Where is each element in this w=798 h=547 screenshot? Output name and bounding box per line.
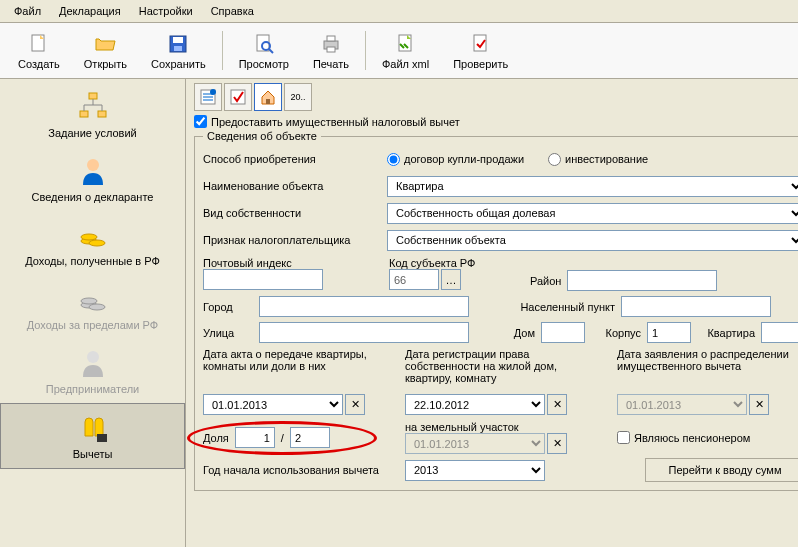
print-label: Печать	[313, 58, 349, 70]
flat-input[interactable]	[761, 322, 798, 343]
svg-point-25	[210, 89, 216, 95]
provide-deduction-label: Предоставить имущественный налоговый выч…	[211, 116, 460, 128]
postal-input[interactable]	[203, 269, 323, 290]
save-button[interactable]: Сохранить	[139, 27, 218, 74]
subject-code-lookup-button[interactable]: …	[441, 269, 461, 290]
check-label: Проверить	[453, 58, 508, 70]
preview-button[interactable]: Просмотр	[227, 27, 301, 74]
standard-deduction-button[interactable]	[194, 83, 222, 111]
taxpayer-sign-label: Признак налогоплательщика	[203, 234, 383, 246]
property-deduction-button[interactable]	[254, 83, 282, 111]
toolbar-separator	[365, 31, 366, 70]
flat-label: Квартира	[697, 327, 755, 339]
svg-point-21	[89, 304, 105, 310]
ownership-type-label: Вид собственности	[203, 207, 383, 219]
svg-point-22	[87, 351, 99, 363]
menu-file[interactable]: Файл	[6, 2, 49, 20]
year-start-label: Год начала использования вычета	[203, 464, 393, 476]
house-icon	[259, 88, 277, 106]
taxpayer-sign-select[interactable]: Собственник объекта	[387, 230, 798, 251]
date-act-clear-button[interactable]: ✕	[345, 394, 365, 415]
sidebar-item-declarant[interactable]: Сведения о декларанте	[0, 147, 185, 211]
open-button[interactable]: Открыть	[72, 27, 139, 74]
ownership-type-select[interactable]: Собственность общая долевая	[387, 203, 798, 224]
object-name-select[interactable]: Квартира	[387, 176, 798, 197]
date-act-select[interactable]: 01.01.2013	[203, 394, 343, 415]
svg-rect-13	[80, 111, 88, 117]
city-label: Город	[203, 301, 253, 313]
radio-contract-input[interactable]	[387, 153, 400, 166]
businessman-icon	[77, 347, 109, 379]
pensioner-checkbox[interactable]	[617, 431, 630, 444]
subject-code-input	[389, 269, 439, 290]
print-icon	[319, 32, 343, 56]
goto-sums-button[interactable]: Перейти к вводу сумм	[645, 458, 798, 482]
sidebar-item-deductions[interactable]: Вычеты	[0, 403, 185, 469]
street-input[interactable]	[259, 322, 469, 343]
city-input[interactable]	[259, 296, 469, 317]
date-reg-label: Дата регистрации права собственности на …	[405, 348, 585, 394]
share-denominator-input[interactable]	[290, 427, 330, 448]
object-legend: Сведения об объекте	[203, 130, 321, 142]
svg-rect-27	[266, 99, 270, 104]
date-act-label: Дата акта о передаче квартиры, комнаты и…	[203, 348, 383, 394]
sidebar-item-entrepreneurs[interactable]: Предприниматели	[0, 339, 185, 403]
list-icon	[199, 88, 217, 106]
sidebar-entrepreneurs-label: Предприниматели	[46, 383, 139, 395]
preview-icon	[252, 32, 276, 56]
date-reg-clear-button[interactable]: ✕	[547, 394, 567, 415]
korpus-input[interactable]	[647, 322, 691, 343]
postal-label: Почтовый индекс	[203, 257, 323, 269]
district-input[interactable]	[567, 270, 717, 291]
settlement-input[interactable]	[621, 296, 771, 317]
print-button[interactable]: Печать	[301, 27, 361, 74]
radio-contract[interactable]: договор купли-продажи	[387, 153, 524, 166]
land-plot-clear-button[interactable]: ✕	[547, 433, 567, 454]
svg-rect-14	[98, 111, 106, 117]
open-label: Открыть	[84, 58, 127, 70]
menu-help[interactable]: Справка	[203, 2, 262, 20]
date-app-clear-button[interactable]: ✕	[749, 394, 769, 415]
person-icon	[77, 155, 109, 187]
year-start-select[interactable]: 2013	[405, 460, 545, 481]
svg-line-6	[269, 49, 273, 53]
sidebar-deductions-label: Вычеты	[73, 448, 113, 460]
korpus-label: Корпус	[591, 327, 641, 339]
check-button[interactable]: Проверить	[441, 27, 520, 74]
share-label: Доля	[203, 432, 229, 444]
object-fieldset: Сведения об объекте Способ приобретения …	[194, 130, 798, 491]
house-code-button[interactable]: 20..	[284, 83, 312, 111]
sidebar-conditions-label: Задание условий	[48, 127, 136, 139]
svg-point-20	[81, 298, 97, 304]
svg-point-15	[87, 159, 99, 171]
menu-declaration[interactable]: Декларация	[51, 2, 129, 20]
land-plot-label: на земельный участок	[405, 421, 605, 433]
xml-button[interactable]: Файл xml	[370, 27, 441, 74]
date-reg-select[interactable]: 22.10.2012	[405, 394, 545, 415]
object-name-label: Наименование объекта	[203, 180, 383, 192]
radio-invest-input[interactable]	[548, 153, 561, 166]
coins-grey-icon	[77, 283, 109, 315]
land-plot-select: 01.01.2013	[405, 433, 545, 454]
sidebar-item-income-rf[interactable]: Доходы, полученные в РФ	[0, 211, 185, 275]
menu-settings[interactable]: Настройки	[131, 2, 201, 20]
folder-open-icon	[93, 32, 117, 56]
sidebar-declarant-label: Сведения о декларанте	[32, 191, 154, 203]
create-button[interactable]: Создать	[6, 27, 72, 74]
sidebar-item-conditions[interactable]: Задание условий	[0, 83, 185, 147]
house-input[interactable]	[541, 322, 585, 343]
provide-deduction-checkbox[interactable]	[194, 115, 207, 128]
district-label: Район	[481, 275, 561, 287]
toolbar-separator	[222, 31, 223, 70]
svg-rect-12	[89, 93, 97, 99]
xml-label: Файл xml	[382, 58, 429, 70]
pensioner-label: Являюсь пенсионером	[634, 432, 750, 444]
acquisition-method-label: Способ приобретения	[203, 153, 383, 165]
radio-invest[interactable]: инвестирование	[548, 153, 648, 166]
svg-rect-3	[174, 46, 182, 51]
save-label: Сохранить	[151, 58, 206, 70]
sidebar-item-income-abroad[interactable]: Доходы за пределами РФ	[0, 275, 185, 339]
share-numerator-input[interactable]	[235, 427, 275, 448]
sidebar: Задание условий Сведения о декларанте До…	[0, 79, 186, 547]
social-deduction-button[interactable]	[224, 83, 252, 111]
